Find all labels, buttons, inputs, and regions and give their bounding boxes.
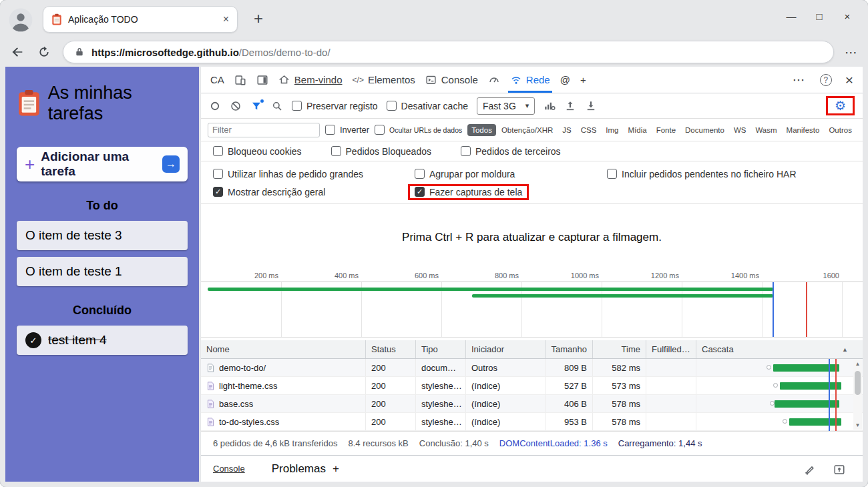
network-conditions-icon[interactable] [544,100,556,112]
filter-pill-all[interactable]: Todos [467,124,496,136]
welcome-icon [278,74,290,86]
hide-data-urls-checkbox[interactable]: Ocultar URLs de dados [375,125,462,135]
request-time: 578 ms [593,413,646,430]
import-har-icon[interactable] [564,100,576,112]
table-row[interactable]: base.css 200 styleshe… (índice) 406 B 57… [201,395,863,413]
blocked-filters-row: Bloqueou cookies Pedidos Bloqueados Pedi… [201,141,863,161]
table-row[interactable]: light-theme.css 200 styleshe… (índice) 5… [201,377,863,395]
disable-cache-checkbox[interactable]: Desativar cache [387,101,468,111]
device-toolbar-icon[interactable] [234,74,246,86]
devtools-close-icon[interactable]: × [845,72,853,88]
todo-list-item[interactable]: O item de teste 3 [17,221,188,250]
tab-close-icon[interactable]: × [223,13,229,25]
back-button[interactable] [9,44,25,60]
new-tab-button[interactable]: + [248,9,268,28]
tab-console[interactable]: Console [425,67,478,93]
export-har-icon[interactable] [585,100,597,112]
column-header-waterfall[interactable]: Cascata ▲ [696,340,863,358]
column-header-fulfilled[interactable]: Fulfilled… [646,340,696,358]
refresh-icon [37,45,51,59]
window-controls: — □ × [777,11,861,22]
profile-avatar[interactable] [8,7,33,33]
capture-screenshots-checkbox[interactable]: Fazer capturas de tela [415,187,522,197]
throttling-select[interactable]: Fast 3G ▾ [477,97,535,115]
search-icon[interactable] [271,100,283,112]
filter-pill-other[interactable]: Outros [825,124,856,136]
clear-icon[interactable] [230,100,242,112]
url-bar[interactable]: https://microsoftedge.github.io/Demos/de… [63,41,834,63]
add-task-button[interactable]: + Adicionar uma tarefa → [17,147,188,181]
scrollbar-up-icon[interactable]: ▲ [855,361,861,367]
column-header-type[interactable]: Tipo [416,340,466,358]
record-icon[interactable] [209,100,221,112]
filter-pill-img[interactable]: Img [602,124,622,136]
filter-pill-manifest[interactable]: Manifesto [783,124,824,136]
network-overview[interactable]: 200 ms400 ms600 ms800 ms1000 ms1200 ms14… [201,271,863,340]
done-list-item[interactable]: ✓ test item 4 [17,326,188,355]
tab-overflow-label[interactable]: CA [210,74,224,85]
column-header-status[interactable]: Status [366,340,416,358]
third-party-checkbox[interactable]: Pedidos de terceiros [461,146,561,157]
request-initiator: (índice) [466,377,546,394]
filter-pill-media[interactable]: Mídia [624,124,651,136]
scrollbar-thumb[interactable] [855,371,861,395]
filter-pill-ws[interactable]: WS [730,124,750,136]
show-overview-checkbox[interactable]: Mostrar descrição geral [213,187,415,197]
invert-filter-checkbox[interactable]: Inverter [325,125,369,135]
waterfall-scrollbar[interactable]: ▲ ▼ [853,360,862,430]
har-pending-checkbox[interactable]: Incluir pedidos pendentes no ficheiro HA… [607,169,851,179]
request-name: base.css [219,399,253,409]
blocked-requests-checkbox[interactable]: Pedidos Bloqueados [331,146,431,157]
tab-network[interactable]: Rede [510,67,550,93]
performance-icon[interactable] [488,74,500,86]
column-header-time[interactable]: Time [593,340,646,358]
request-type: styleshe… [416,413,466,430]
scrollbar-down-icon[interactable]: ▼ [855,422,861,428]
filter-pill-js[interactable]: JS [558,124,575,136]
maximize-button[interactable]: □ [805,11,833,22]
browser-tab[interactable]: Aplicação TODO × [43,6,238,33]
filter-pill-doc[interactable]: Documento [681,124,728,136]
waterfall-dot-icon [773,383,778,388]
table-row[interactable]: demo-to-do/ 200 docum… Outros 809 B 582 … [201,359,863,377]
summary-domcontentloaded: DOMContentLoaded: 1.36 s [499,438,608,448]
blocked-cookies-checkbox[interactable]: Bloqueou cookies [213,146,302,157]
plus-icon: + [25,154,35,175]
filter-pill-font[interactable]: Fonte [652,124,680,136]
dock-side-icon[interactable] [256,74,268,86]
filter-pill-xhr[interactable]: Obtenção/XHR [497,124,557,136]
drawer-add-button[interactable]: + [333,462,339,476]
customize-brush-icon[interactable] [804,463,816,475]
drawer-tab-console[interactable]: Console [213,464,245,474]
add-tab-button[interactable]: + [580,74,586,85]
browser-menu-button[interactable]: ⋯ [845,45,859,60]
refresh-button[interactable] [36,44,52,60]
devtools-more-icon[interactable]: ⋯ [793,72,807,87]
close-button[interactable]: × [833,11,861,22]
open-panel-icon[interactable] [833,463,845,475]
network-settings-pane: Utilizar linhas de pedido grandes Agrupa… [201,161,863,204]
settings-gear-icon[interactable]: ⚙ [835,99,846,112]
filter-icon[interactable] [250,100,262,112]
request-status: 200 [366,395,416,412]
column-header-initiator[interactable]: Iniciador [466,340,546,358]
column-header-size[interactable]: Tamanho [546,340,593,358]
column-header-name[interactable]: Nome [201,340,366,358]
drawer-tab-problems[interactable]: Problemas [272,462,326,476]
help-icon[interactable]: ? [820,74,832,86]
filter-pill-css[interactable]: CSS [577,124,601,136]
tab-extra[interactable]: @ [560,74,570,85]
filter-pill-wasm[interactable]: Wasm [751,124,781,136]
check-circle-icon[interactable]: ✓ [25,332,41,348]
group-by-frame-checkbox[interactable]: Agrupar por moldura [415,169,607,179]
preserve-log-checkbox[interactable]: Preservar registo [292,101,378,111]
table-row[interactable]: to-do-styles.css 200 styleshe… (índice) … [201,413,863,431]
tab-welcome[interactable]: Bem-vindo [278,67,343,93]
filter-input[interactable] [208,123,320,137]
big-request-rows-checkbox[interactable]: Utilizar linhas de pedido grandes [213,169,415,179]
todo-list-item[interactable]: O item de teste 1 [17,257,188,286]
sort-asc-icon[interactable]: ▲ [842,346,848,353]
summary-resources: 8.4 recursos kB [348,438,408,448]
tab-elements[interactable]: </> Elementos [353,67,415,93]
minimize-button[interactable]: — [777,11,805,22]
